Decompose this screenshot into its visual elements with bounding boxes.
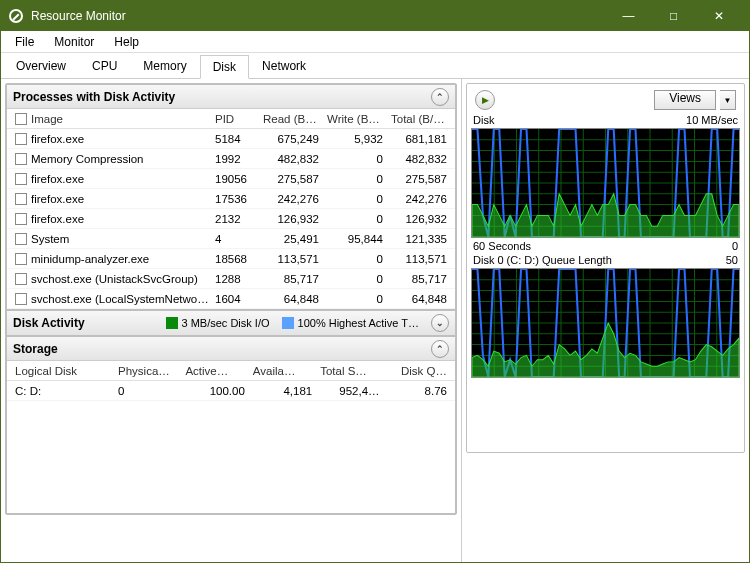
views-button[interactable]: Views: [654, 90, 716, 110]
col-totals[interactable]: Total S…: [316, 365, 383, 377]
panel-storage-header[interactable]: Storage ⌃: [7, 337, 455, 361]
chart2-canvas: [471, 268, 740, 378]
tabbar: Overview CPU Memory Disk Network: [1, 53, 749, 79]
collapse-icon[interactable]: ⌃: [431, 340, 449, 358]
col-total[interactable]: Total (B/sec): [387, 113, 451, 125]
panel-disk-activity: Disk Activity 3 MB/sec Disk I/O 100% Hig…: [6, 310, 456, 336]
row-checkbox[interactable]: [15, 233, 27, 245]
chart2-ymax: 50: [726, 254, 738, 266]
row-checkbox[interactable]: [15, 193, 27, 205]
highest-active-indicator: 100% Highest Active T…: [282, 317, 419, 329]
play-button[interactable]: ▶: [475, 90, 495, 110]
views-dropdown-icon[interactable]: ▼: [720, 90, 736, 110]
col-active[interactable]: Active…: [181, 365, 248, 377]
close-button[interactable]: ✕: [696, 1, 741, 31]
row-checkbox[interactable]: [15, 293, 27, 305]
table-row[interactable]: firefox.exe17536242,2760242,276: [7, 189, 455, 209]
processes-table-header: Image PID Read (B/s… Write (B/s… Total (…: [7, 109, 455, 129]
panel-storage: Storage ⌃ Logical Disk Physica… Active… …: [6, 336, 456, 514]
row-checkbox[interactable]: [15, 153, 27, 165]
chart-disk: Disk 10 MB/sec 60 Seconds 0: [471, 114, 740, 252]
titlebar: Resource Monitor — □ ✕: [1, 1, 749, 31]
chart1-canvas: [471, 128, 740, 238]
col-read[interactable]: Read (B/s…: [259, 113, 323, 125]
tab-network[interactable]: Network: [249, 54, 319, 78]
table-row[interactable]: firefox.exe19056275,5870275,587: [7, 169, 455, 189]
panel-storage-title: Storage: [13, 342, 58, 356]
tab-cpu[interactable]: CPU: [79, 54, 130, 78]
col-physical[interactable]: Physica…: [114, 365, 181, 377]
panel-processes-title: Processes with Disk Activity: [13, 90, 175, 104]
green-chip-icon: [166, 317, 178, 329]
menubar: File Monitor Help: [1, 31, 749, 53]
table-row[interactable]: svchost.exe (LocalSystemNetwo…160464,848…: [7, 289, 455, 309]
table-row[interactable]: Memory Compression1992482,8320482,832: [7, 149, 455, 169]
col-avail[interactable]: Availa…: [249, 365, 316, 377]
panel-processes-header[interactable]: Processes with Disk Activity ⌃: [7, 85, 455, 109]
chart1-ymin: 0: [732, 240, 738, 252]
graphs-frame: ▶ Views ▼ Disk 10 MB/sec 60 Seconds 0 Di…: [466, 83, 745, 453]
col-pid[interactable]: PID: [211, 113, 259, 125]
panel-processes: Processes with Disk Activity ⌃ Image PID…: [6, 84, 456, 310]
table-row[interactable]: minidump-analyzer.exe18568113,5710113,57…: [7, 249, 455, 269]
table-row[interactable]: C: D:0100.004,181952,4…8.76: [7, 381, 455, 401]
expand-icon[interactable]: ⌄: [431, 314, 449, 332]
processes-table-body: firefox.exe5184675,2495,932681,181Memory…: [7, 129, 455, 309]
panel-disk-activity-title: Disk Activity: [13, 316, 85, 330]
checkbox-all[interactable]: [15, 113, 27, 125]
minimize-button[interactable]: —: [606, 1, 651, 31]
col-image[interactable]: Image: [11, 113, 211, 125]
col-logical[interactable]: Logical Disk: [11, 365, 114, 377]
row-checkbox[interactable]: [15, 213, 27, 225]
menu-help[interactable]: Help: [104, 33, 149, 51]
row-checkbox[interactable]: [15, 173, 27, 185]
row-checkbox[interactable]: [15, 133, 27, 145]
row-checkbox[interactable]: [15, 253, 27, 265]
table-row[interactable]: firefox.exe2132126,9320126,932: [7, 209, 455, 229]
storage-table-body: C: D:0100.004,181952,4…8.76: [7, 381, 455, 513]
table-row[interactable]: firefox.exe5184675,2495,932681,181: [7, 129, 455, 149]
row-checkbox[interactable]: [15, 273, 27, 285]
tab-overview[interactable]: Overview: [3, 54, 79, 78]
menu-monitor[interactable]: Monitor: [44, 33, 104, 51]
graph-toolbar: ▶ Views ▼: [471, 88, 740, 112]
chart1-xlabel: 60 Seconds: [473, 240, 531, 252]
collapse-icon[interactable]: ⌃: [431, 88, 449, 106]
disk-io-indicator: 3 MB/sec Disk I/O: [166, 317, 270, 329]
tab-disk[interactable]: Disk: [200, 55, 249, 79]
tab-memory[interactable]: Memory: [130, 54, 199, 78]
chart2-title: Disk 0 (C: D:) Queue Length: [473, 254, 612, 266]
chart1-ymax: 10 MB/sec: [686, 114, 738, 126]
blue-chip-icon: [282, 317, 294, 329]
window-title: Resource Monitor: [31, 9, 606, 23]
panel-disk-activity-header[interactable]: Disk Activity 3 MB/sec Disk I/O 100% Hig…: [7, 311, 455, 335]
menu-file[interactable]: File: [5, 33, 44, 51]
table-row[interactable]: svchost.exe (UnistackSvcGroup)128885,717…: [7, 269, 455, 289]
col-diskq[interactable]: Disk Q…: [384, 365, 451, 377]
storage-table-header: Logical Disk Physica… Active… Availa… To…: [7, 361, 455, 381]
col-write[interactable]: Write (B/s…: [323, 113, 387, 125]
chart-queue: Disk 0 (C: D:) Queue Length 50: [471, 254, 740, 378]
app-icon: [9, 9, 23, 23]
table-row[interactable]: System425,49195,844121,335: [7, 229, 455, 249]
chart1-title: Disk: [473, 114, 494, 126]
maximize-button[interactable]: □: [651, 1, 696, 31]
